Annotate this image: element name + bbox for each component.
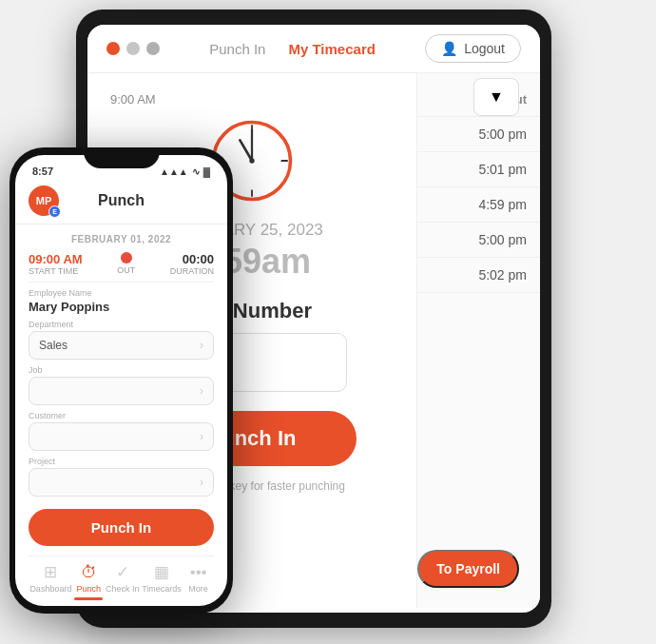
sidebar-row-3: 4:59 pm: [417, 187, 540, 223]
logout-label: Logout: [464, 41, 505, 56]
tablet-nav: Punch In My Timecard: [209, 41, 376, 57]
duration-label: DURATION: [170, 266, 214, 276]
employee-name-label: Employee Name: [29, 288, 214, 298]
phone-punch-info: 09:00 AM START TIME OUT 00:00 DURATION: [29, 252, 214, 276]
project-select[interactable]: ›: [29, 468, 214, 497]
nav-punch-in[interactable]: Punch In: [209, 41, 265, 57]
nav-more-label: More: [188, 584, 208, 594]
out-info: OUT: [117, 252, 135, 276]
divider-1: [29, 282, 214, 283]
punch-icon: ⏱: [81, 563, 97, 582]
start-time-label: START TIME: [29, 266, 78, 276]
chevron-right-icon-2: ›: [200, 384, 203, 398]
customer-label: Customer: [29, 411, 214, 420]
nav-timecards[interactable]: ▦ Timecards: [142, 562, 182, 600]
sidebar-row-2: 5:01 pm: [417, 152, 540, 187]
nav-punch[interactable]: ⏱ Punch: [74, 563, 103, 600]
avatar-badge: E: [48, 205, 61, 218]
phone-body: FEBRUARY 01, 2022 09:00 AM START TIME OU…: [15, 224, 227, 501]
nav-more[interactable]: ••• More: [184, 563, 213, 600]
tablet-sidebar: Out 5:00 pm 5:01 pm 4:59 pm 5:00 pm 5:02…: [416, 73, 540, 608]
project-label: Project: [29, 457, 214, 466]
dashboard-icon: ⊞: [44, 562, 57, 582]
nav-check-in[interactable]: ✓ Check In: [106, 562, 140, 600]
logout-button[interactable]: 👤 Logout: [425, 34, 521, 63]
sidebar-row-5: 5:02 pm: [417, 258, 540, 293]
battery-icon: ▓: [203, 166, 210, 177]
tablet-status-time: 9:00 AM: [110, 92, 394, 107]
nav-check-in-label: Check In: [106, 584, 140, 594]
close-dot: [106, 42, 120, 55]
sidebar-row-1: 5:00 pm: [417, 117, 540, 152]
maximize-dot: [146, 42, 160, 55]
out-label: OUT: [117, 265, 135, 275]
department-value: Sales: [39, 339, 68, 352]
duration-value: 00:00: [183, 252, 214, 266]
phone-clock: 8:57: [32, 166, 53, 177]
window-controls: [106, 42, 160, 55]
phone-punch-in-button[interactable]: Punch In: [29, 509, 214, 546]
to-payroll-button[interactable]: To Payroll: [417, 550, 519, 588]
avatar-initials: MP: [36, 195, 52, 206]
job-label: Job: [29, 365, 214, 375]
phone-header: MP E Punch: [15, 182, 227, 224]
employee-name-value: Mary Poppins: [29, 300, 214, 314]
tablet-dropdown[interactable]: ▼: [473, 78, 519, 116]
phone-notch: [84, 147, 160, 168]
minimize-dot: [126, 42, 140, 55]
phone-date: FEBRUARY 01, 2022: [29, 234, 214, 244]
timecards-icon: ▦: [154, 562, 169, 582]
signal-icon: ▲▲▲: [160, 166, 188, 177]
phone-status-icons: ▲▲▲ ∿ ▓: [160, 166, 210, 177]
sidebar-row-4: 5:00 pm: [417, 223, 540, 258]
duration-info: 00:00 DURATION: [170, 252, 214, 276]
nav-dashboard-label: Dashboard: [29, 584, 71, 594]
wifi-icon: ∿: [192, 166, 200, 177]
check-in-icon: ✓: [116, 562, 129, 582]
nav-timecards-label: Timecards: [142, 584, 182, 594]
phone-device: 8:57 ▲▲▲ ∿ ▓ MP E Punch FEBRUARY 01, 202…: [10, 147, 233, 614]
nav-my-timecard[interactable]: My Timecard: [288, 41, 375, 57]
department-select[interactable]: Sales ›: [29, 331, 214, 360]
start-time-value: 09:00 AM: [29, 252, 83, 266]
chevron-right-icon: ›: [200, 339, 203, 352]
phone-bottom-nav: ⊞ Dashboard ⏱ Punch ✓ Check In ▦ Timecar…: [29, 556, 214, 602]
chevron-right-icon-3: ›: [200, 430, 203, 443]
more-icon: •••: [190, 563, 207, 582]
chevron-right-icon-4: ›: [200, 476, 203, 489]
department-label: Department: [29, 320, 214, 329]
customer-select[interactable]: ›: [29, 422, 214, 451]
start-time-info: 09:00 AM START TIME: [29, 252, 83, 276]
nav-punch-label: Punch: [76, 584, 101, 594]
chevron-down-icon: ▼: [489, 88, 504, 106]
user-icon: 👤: [441, 41, 457, 56]
phone-footer: Punch In ⊞ Dashboard ⏱ Punch ✓ Check In: [15, 501, 227, 606]
nav-dashboard[interactable]: ⊞ Dashboard: [29, 562, 71, 600]
tablet-header: Punch In My Timecard 👤 Logout: [87, 25, 540, 73]
svg-point-7: [249, 158, 254, 163]
avatar[interactable]: MP E: [29, 185, 59, 216]
phone-screen: 8:57 ▲▲▲ ∿ ▓ MP E Punch FEBRUARY 01, 202…: [15, 155, 227, 606]
phone-title: Punch: [98, 192, 145, 209]
job-select[interactable]: ›: [29, 377, 214, 405]
out-dot: [121, 252, 132, 263]
